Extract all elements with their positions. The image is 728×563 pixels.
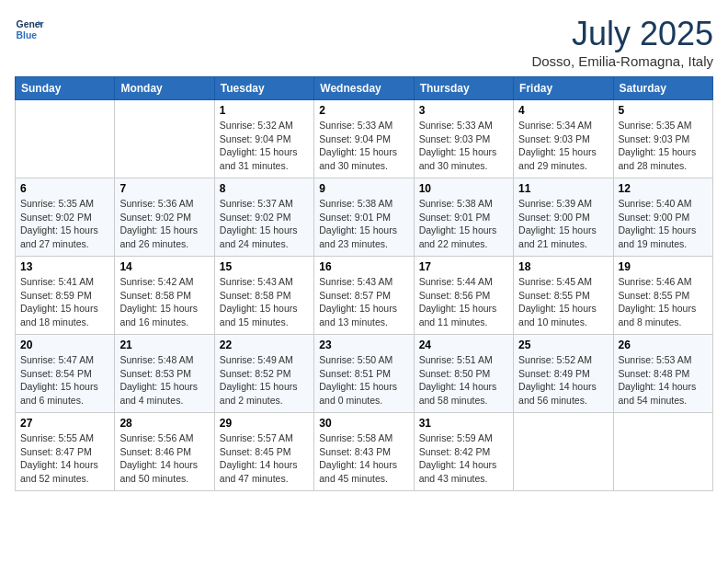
calendar-cell: [115, 100, 214, 178]
day-number: 9: [319, 182, 408, 195]
day-number: 7: [119, 182, 209, 195]
day-number: 2: [319, 104, 408, 117]
day-header-saturday: Saturday: [613, 77, 712, 100]
day-number: 16: [319, 260, 408, 273]
calendar-cell: 22Sunrise: 5:49 AM Sunset: 8:52 PM Dayli…: [214, 335, 313, 413]
calendar-cell: 6Sunrise: 5:35 AM Sunset: 9:02 PM Daylig…: [16, 178, 115, 257]
day-info: Sunrise: 5:55 AM Sunset: 8:47 PM Dayligh…: [20, 431, 109, 486]
day-info: Sunrise: 5:59 AM Sunset: 8:42 PM Dayligh…: [419, 431, 508, 486]
day-info: Sunrise: 5:48 AM Sunset: 8:53 PM Dayligh…: [119, 353, 209, 408]
day-info: Sunrise: 5:44 AM Sunset: 8:56 PM Dayligh…: [419, 275, 508, 329]
calendar-table: SundayMondayTuesdayWednesdayThursdayFrid…: [15, 76, 713, 491]
location-title: Dosso, Emilia-Romagna, Italy: [531, 53, 713, 69]
day-info: Sunrise: 5:38 AM Sunset: 9:01 PM Dayligh…: [419, 197, 508, 251]
calendar-cell: 18Sunrise: 5:45 AM Sunset: 8:55 PM Dayli…: [514, 257, 613, 335]
calendar-cell: 28Sunrise: 5:56 AM Sunset: 8:46 PM Dayli…: [115, 413, 214, 491]
day-info: Sunrise: 5:57 AM Sunset: 8:45 PM Dayligh…: [220, 431, 309, 486]
calendar-cell: 8Sunrise: 5:37 AM Sunset: 9:02 PM Daylig…: [214, 178, 313, 257]
days-header-row: SundayMondayTuesdayWednesdayThursdayFrid…: [16, 77, 713, 100]
calendar-cell: 19Sunrise: 5:46 AM Sunset: 8:55 PM Dayli…: [613, 257, 712, 335]
calendar-cell: 10Sunrise: 5:38 AM Sunset: 9:01 PM Dayli…: [414, 178, 513, 257]
day-number: 31: [419, 417, 508, 430]
calendar-cell: 12Sunrise: 5:40 AM Sunset: 9:00 PM Dayli…: [613, 178, 712, 257]
day-info: Sunrise: 5:32 AM Sunset: 9:04 PM Dayligh…: [220, 119, 309, 173]
calendar-cell: 7Sunrise: 5:36 AM Sunset: 9:02 PM Daylig…: [115, 178, 214, 257]
header: General Blue July 2025 Dosso, Emilia-Rom…: [15, 15, 713, 69]
day-info: Sunrise: 5:37 AM Sunset: 9:02 PM Dayligh…: [220, 197, 309, 251]
week-row-1: 1Sunrise: 5:32 AM Sunset: 9:04 PM Daylig…: [16, 100, 713, 178]
day-header-wednesday: Wednesday: [314, 77, 414, 100]
calendar-cell: 15Sunrise: 5:43 AM Sunset: 8:58 PM Dayli…: [214, 257, 313, 335]
day-number: 3: [419, 104, 508, 117]
calendar-cell: [514, 413, 613, 491]
day-number: 8: [220, 182, 309, 195]
calendar-cell: 24Sunrise: 5:51 AM Sunset: 8:50 PM Dayli…: [414, 335, 513, 413]
day-info: Sunrise: 5:46 AM Sunset: 8:55 PM Dayligh…: [619, 275, 708, 329]
day-info: Sunrise: 5:49 AM Sunset: 8:52 PM Dayligh…: [220, 353, 309, 408]
calendar-cell: 30Sunrise: 5:58 AM Sunset: 8:43 PM Dayli…: [314, 413, 414, 491]
day-number: 15: [220, 260, 309, 273]
title-area: July 2025 Dosso, Emilia-Romagna, Italy: [531, 15, 713, 69]
calendar-cell: 25Sunrise: 5:52 AM Sunset: 8:49 PM Dayli…: [514, 335, 613, 413]
day-info: Sunrise: 5:40 AM Sunset: 9:00 PM Dayligh…: [619, 197, 708, 251]
day-info: Sunrise: 5:36 AM Sunset: 9:02 PM Dayligh…: [119, 197, 209, 251]
day-number: 14: [119, 260, 209, 273]
calendar-cell: 31Sunrise: 5:59 AM Sunset: 8:42 PM Dayli…: [414, 413, 513, 491]
day-header-thursday: Thursday: [414, 77, 513, 100]
week-row-5: 27Sunrise: 5:55 AM Sunset: 8:47 PM Dayli…: [16, 413, 713, 491]
calendar-cell: 9Sunrise: 5:38 AM Sunset: 9:01 PM Daylig…: [314, 178, 414, 257]
calendar-cell: 5Sunrise: 5:35 AM Sunset: 9:03 PM Daylig…: [613, 100, 712, 178]
day-number: 10: [419, 182, 508, 195]
day-info: Sunrise: 5:56 AM Sunset: 8:46 PM Dayligh…: [119, 431, 209, 486]
calendar-cell: 23Sunrise: 5:50 AM Sunset: 8:51 PM Dayli…: [314, 335, 414, 413]
calendar-cell: 26Sunrise: 5:53 AM Sunset: 8:48 PM Dayli…: [613, 335, 712, 413]
day-info: Sunrise: 5:34 AM Sunset: 9:03 PM Dayligh…: [518, 119, 608, 173]
day-number: 26: [619, 339, 708, 351]
day-info: Sunrise: 5:58 AM Sunset: 8:43 PM Dayligh…: [319, 431, 408, 486]
day-info: Sunrise: 5:51 AM Sunset: 8:50 PM Dayligh…: [419, 353, 508, 408]
day-info: Sunrise: 5:45 AM Sunset: 8:55 PM Dayligh…: [518, 275, 608, 329]
day-number: 13: [20, 260, 109, 273]
day-number: 24: [419, 339, 508, 351]
day-number: 20: [20, 339, 109, 351]
day-number: 11: [518, 182, 608, 195]
day-number: 1: [220, 104, 309, 117]
day-number: 6: [20, 182, 109, 195]
day-number: 25: [518, 339, 608, 351]
day-info: Sunrise: 5:50 AM Sunset: 8:51 PM Dayligh…: [319, 353, 408, 408]
svg-text:Blue: Blue: [17, 30, 38, 40]
day-number: 28: [119, 417, 209, 430]
day-number: 22: [220, 339, 309, 351]
calendar-cell: 21Sunrise: 5:48 AM Sunset: 8:53 PM Dayli…: [115, 335, 214, 413]
logo: General Blue: [15, 15, 44, 44]
calendar-cell: 29Sunrise: 5:57 AM Sunset: 8:45 PM Dayli…: [214, 413, 313, 491]
logo-icon: General Blue: [15, 15, 44, 44]
day-number: 23: [319, 339, 408, 351]
day-number: 21: [119, 339, 209, 351]
day-header-tuesday: Tuesday: [214, 77, 313, 100]
day-number: 12: [619, 182, 708, 195]
calendar-cell: 20Sunrise: 5:47 AM Sunset: 8:54 PM Dayli…: [16, 335, 115, 413]
calendar-cell: 27Sunrise: 5:55 AM Sunset: 8:47 PM Dayli…: [16, 413, 115, 491]
day-info: Sunrise: 5:47 AM Sunset: 8:54 PM Dayligh…: [20, 353, 109, 408]
day-number: 27: [20, 417, 109, 430]
calendar-cell: 13Sunrise: 5:41 AM Sunset: 8:59 PM Dayli…: [16, 257, 115, 335]
day-header-friday: Friday: [514, 77, 613, 100]
month-title: July 2025: [531, 15, 713, 53]
calendar-cell: 1Sunrise: 5:32 AM Sunset: 9:04 PM Daylig…: [214, 100, 313, 178]
day-number: 29: [220, 417, 309, 430]
calendar-cell: 11Sunrise: 5:39 AM Sunset: 9:00 PM Dayli…: [514, 178, 613, 257]
day-number: 19: [619, 260, 708, 273]
week-row-3: 13Sunrise: 5:41 AM Sunset: 8:59 PM Dayli…: [16, 257, 713, 335]
calendar-cell: 17Sunrise: 5:44 AM Sunset: 8:56 PM Dayli…: [414, 257, 513, 335]
day-info: Sunrise: 5:35 AM Sunset: 9:03 PM Dayligh…: [619, 119, 708, 173]
calendar-cell: 14Sunrise: 5:42 AM Sunset: 8:58 PM Dayli…: [115, 257, 214, 335]
day-number: 18: [518, 260, 608, 273]
calendar-cell: 2Sunrise: 5:33 AM Sunset: 9:04 PM Daylig…: [314, 100, 414, 178]
calendar-cell: 3Sunrise: 5:33 AM Sunset: 9:03 PM Daylig…: [414, 100, 513, 178]
day-number: 5: [619, 104, 708, 117]
day-header-sunday: Sunday: [16, 77, 115, 100]
calendar-cell: [613, 413, 712, 491]
day-number: 17: [419, 260, 508, 273]
day-info: Sunrise: 5:42 AM Sunset: 8:58 PM Dayligh…: [119, 275, 209, 329]
